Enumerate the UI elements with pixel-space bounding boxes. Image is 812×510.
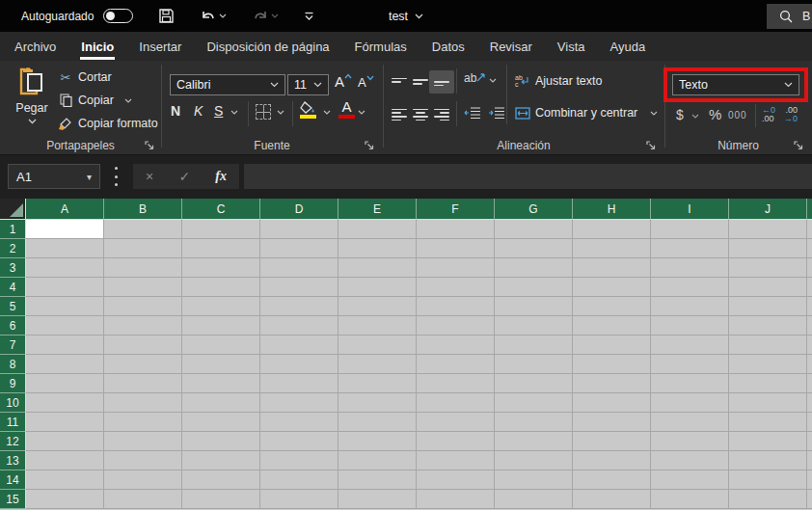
- cell-D1[interactable]: [260, 220, 338, 239]
- cell-A15[interactable]: [26, 490, 104, 509]
- copy-dropdown-icon[interactable]: [124, 98, 132, 103]
- row-header-4[interactable]: 4: [0, 278, 26, 297]
- cell-C14[interactable]: [182, 470, 260, 490]
- cell-F3[interactable]: [417, 258, 495, 278]
- cell-H7[interactable]: [573, 336, 651, 355]
- cell-H3[interactable]: [573, 258, 651, 278]
- cell-E7[interactable]: [338, 336, 417, 355]
- cell-F9[interactable]: [417, 374, 495, 393]
- cell-D7[interactable]: [260, 336, 338, 355]
- font-name-dropdown-icon[interactable]: [270, 82, 279, 88]
- orientation-button[interactable]: ab: [464, 71, 487, 85]
- cell-D12[interactable]: [260, 432, 338, 451]
- tab-fórmulas[interactable]: Fórmulas: [342, 32, 420, 61]
- align-right-button[interactable]: [429, 103, 454, 126]
- cell-A12[interactable]: [26, 432, 104, 451]
- cell-I7[interactable]: [651, 336, 729, 355]
- copy-button[interactable]: Copiar: [58, 93, 132, 108]
- cell-A1[interactable]: [26, 220, 104, 239]
- cell-D5[interactable]: [260, 297, 338, 316]
- tab-inicio[interactable]: Inicio: [68, 32, 126, 61]
- cell-J11[interactable]: [729, 413, 807, 432]
- cell-D13[interactable]: [260, 451, 338, 470]
- cell-F5[interactable]: [417, 297, 495, 316]
- font-color-button[interactable]: A: [338, 99, 355, 119]
- cell-C8[interactable]: [182, 355, 260, 374]
- cell-E14[interactable]: [338, 470, 417, 490]
- row-header-13[interactable]: 13: [0, 451, 26, 470]
- cell-J7[interactable]: [729, 336, 807, 355]
- cell-B3[interactable]: [104, 258, 182, 278]
- cell-E4[interactable]: [338, 278, 417, 297]
- cell-B9[interactable]: [104, 374, 182, 393]
- cell-I4[interactable]: [651, 278, 729, 297]
- cell-A7[interactable]: [26, 336, 104, 355]
- cell-B13[interactable]: [104, 451, 182, 470]
- cell-D8[interactable]: [260, 355, 338, 374]
- cell-E5[interactable]: [338, 297, 417, 316]
- cell-A5[interactable]: [26, 297, 104, 316]
- paste-button[interactable]: Pegar: [10, 66, 54, 141]
- select-all-button[interactable]: [0, 199, 26, 220]
- cell-A4[interactable]: [26, 278, 104, 297]
- decrease-indent-button[interactable]: [464, 106, 481, 123]
- enter-icon[interactable]: ✓: [178, 169, 190, 184]
- cell-E2[interactable]: [338, 239, 417, 258]
- column-header-B[interactable]: B: [104, 199, 182, 220]
- cell-J10[interactable]: [729, 393, 807, 413]
- cell-H14[interactable]: [573, 470, 651, 490]
- cell-G15[interactable]: [495, 490, 573, 509]
- column-header-F[interactable]: F: [417, 199, 495, 220]
- cell-E6[interactable]: [338, 316, 417, 336]
- cell-G8[interactable]: [495, 355, 573, 374]
- italic-button[interactable]: K: [194, 103, 203, 119]
- comma-style-button[interactable]: 000: [728, 110, 747, 121]
- tab-datos[interactable]: Datos: [420, 32, 477, 61]
- autosave-toggle[interactable]: [103, 9, 133, 23]
- font-size-select[interactable]: 11: [287, 74, 329, 95]
- bold-button[interactable]: N: [171, 103, 180, 119]
- row-header-3[interactable]: 3: [0, 258, 26, 278]
- currency-dropdown-icon[interactable]: [691, 114, 699, 119]
- cell-G2[interactable]: [495, 239, 573, 258]
- cell-I12[interactable]: [651, 432, 729, 451]
- cell-I14[interactable]: [651, 470, 729, 490]
- cell-F1[interactable]: [417, 220, 495, 239]
- cell-H10[interactable]: [573, 393, 651, 413]
- cell-F2[interactable]: [417, 239, 495, 258]
- increase-font-button[interactable]: A: [335, 73, 352, 90]
- increase-indent-button[interactable]: [488, 106, 505, 123]
- cell-E3[interactable]: [338, 258, 417, 278]
- number-format-dropdown-icon[interactable]: [784, 82, 793, 88]
- cell-J15[interactable]: [729, 490, 807, 509]
- cell-D4[interactable]: [260, 278, 338, 297]
- increase-decimal-button[interactable]: ←0 .00: [762, 106, 775, 123]
- row-header-2[interactable]: 2: [0, 239, 26, 258]
- cell-C9[interactable]: [182, 374, 260, 393]
- cell-C1[interactable]: [182, 220, 260, 239]
- cell-I3[interactable]: [651, 258, 729, 278]
- name-box-dropdown-icon[interactable]: ▾: [87, 172, 92, 182]
- cell-I8[interactable]: [651, 355, 729, 374]
- cell-J13[interactable]: [729, 451, 807, 470]
- dialog-launcher-alineacion[interactable]: [645, 138, 659, 151]
- cell-H1[interactable]: [573, 220, 651, 239]
- cell-B8[interactable]: [104, 355, 182, 374]
- tab-archivo[interactable]: Archivo: [2, 32, 68, 61]
- cell-A3[interactable]: [26, 258, 104, 278]
- tab-disposición-de-página[interactable]: Disposición de página: [194, 32, 341, 61]
- cell-J9[interactable]: [729, 374, 807, 393]
- cell-J5[interactable]: [729, 297, 807, 316]
- cell-D10[interactable]: [260, 393, 338, 413]
- cell-D6[interactable]: [260, 316, 338, 336]
- font-color-dropdown-icon[interactable]: [358, 110, 365, 115]
- cell-D2[interactable]: [260, 239, 338, 258]
- merge-dropdown-icon[interactable]: [650, 111, 658, 116]
- column-header-E[interactable]: E: [338, 199, 417, 220]
- cell-I9[interactable]: [651, 374, 729, 393]
- cell-B6[interactable]: [104, 316, 182, 336]
- cell-A9[interactable]: [26, 374, 104, 393]
- font-name-select[interactable]: Calibri: [170, 74, 285, 95]
- cell-I13[interactable]: [651, 451, 729, 470]
- merge-center-button[interactable]: Combinar y centrar: [515, 105, 658, 121]
